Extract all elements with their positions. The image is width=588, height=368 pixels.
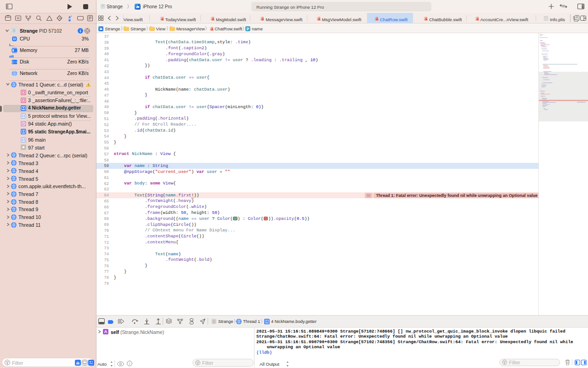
svg-text:P: P xyxy=(247,26,249,31)
svg-text:A: A xyxy=(104,329,107,334)
